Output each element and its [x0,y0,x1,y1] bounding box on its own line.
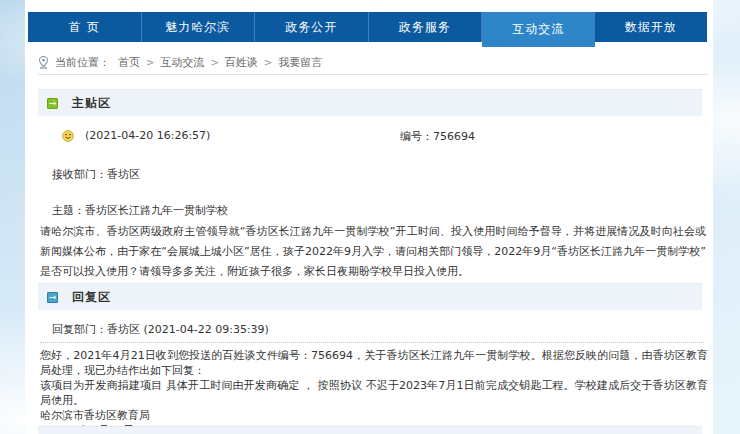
breadcrumb-link-leave-message[interactable]: 我要留言 [278,55,322,70]
location-pin-icon [38,56,49,69]
post-number: 编号：756694 [400,129,475,144]
breadcrumb-separator: > [146,57,154,68]
breadcrumb: 当前位置： 首页 > 互动交流 > 百姓谈 > 我要留言 [38,54,688,70]
post-receive-dept: 接收部门：香坊区 [52,167,140,182]
reply-section-header: → 回复区 [38,283,702,310]
green-arrow-icon: → [47,98,58,109]
post-date: (2021-04-20 16:26:57) [85,129,210,142]
main-post-section-header: → 主贴区 [38,89,702,116]
top-navigation: 首 页 魅力哈尔滨 政务公开 政务服务 互动交流 数据开放 [28,12,707,42]
nav-tab-interaction[interactable]: 互动交流 [482,12,595,47]
breadcrumb-link-interaction[interactable]: 互动交流 [160,55,204,70]
reply-paragraph-1: 您好，2021年4月21日收到您投送的百姓谈文件编号：756694，关于香坊区长… [40,348,708,378]
post-subject: 主题：香坊区长江路九年一贯制学校 [52,203,228,218]
nav-tab-charm-harbin[interactable]: 魅力哈尔滨 [142,12,256,42]
breadcrumb-separator: > [264,57,272,68]
nav-tab-gov-services[interactable]: 政务服务 [369,12,483,42]
main-post-section-title: 主贴区 [72,95,111,112]
next-section-strip [38,426,702,434]
nav-tab-open-data[interactable]: 数据开放 [595,12,708,42]
nav-tab-gov-info[interactable]: 政务公开 [255,12,369,42]
breadcrumb-divider [38,74,708,75]
reply-section-title: 回复区 [72,289,111,306]
breadcrumb-label: 当前位置： [55,55,110,70]
breadcrumb-link-baixingtan[interactable]: 百姓谈 [225,55,258,70]
smiley-face-icon [62,127,74,146]
breadcrumb-link-home[interactable]: 首页 [118,55,140,70]
reply-body: 您好，2021年4月21日收到您投送的百姓谈文件编号：756694，关于香坊区长… [40,348,708,434]
reply-dotted-divider [40,342,704,343]
reply-paragraph-2: 该项目为开发商捐建项目 具体开工时间由开发商确定 ， 按照协议 不迟于2023年… [40,378,708,408]
nav-tab-home[interactable]: 首 页 [28,12,142,42]
reply-dept-line: 回复部门：香坊区 (2021-04-22 09:35:39) [52,322,269,337]
breadcrumb-separator: > [210,57,218,68]
blue-arrow-icon: → [47,292,58,303]
post-body-text: 请哈尔滨市、香坊区两级政府主管领导就“香坊区长江路九年一贯制学校”开工时间、投入… [40,222,706,282]
reply-signature: 哈尔滨市香坊区教育局 [40,408,708,423]
